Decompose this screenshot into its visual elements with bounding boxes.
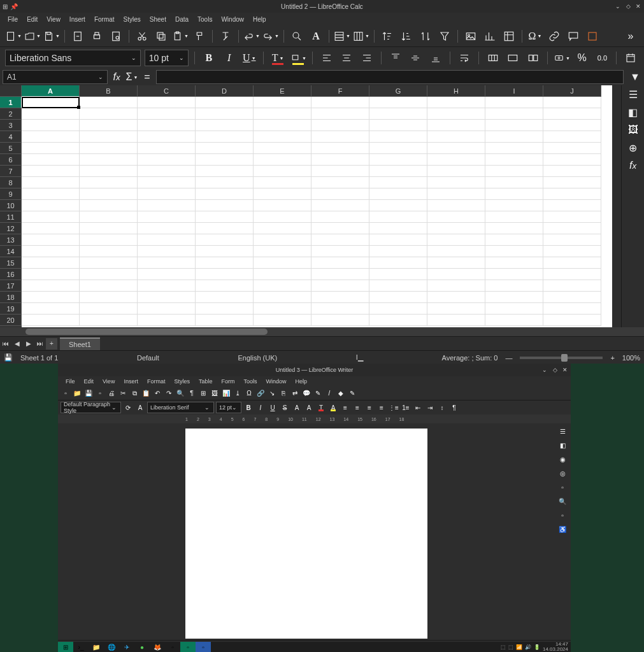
print-button[interactable]: 🖨	[106, 388, 117, 399]
open-button[interactable]: 📁	[72, 388, 82, 399]
cell[interactable]	[311, 303, 369, 315]
cell[interactable]	[196, 257, 254, 269]
cell[interactable]	[254, 188, 311, 200]
cell[interactable]	[311, 131, 369, 143]
cell[interactable]	[138, 211, 196, 223]
cell[interactable]	[311, 154, 369, 166]
cell[interactable]	[138, 234, 196, 246]
cell[interactable]	[485, 200, 543, 211]
cell[interactable]	[138, 120, 196, 131]
cell[interactable]	[196, 108, 254, 120]
menu-styles[interactable]: Styles	[120, 15, 145, 24]
cells-grid[interactable]	[22, 97, 612, 327]
sidebar-properties-icon[interactable]: ☰	[557, 426, 568, 436]
underline-button[interactable]: U▼	[241, 50, 257, 66]
cell[interactable]	[196, 177, 254, 188]
update-style-button[interactable]: ⟳	[123, 402, 133, 413]
tray-volume-icon[interactable]: 🔊	[525, 644, 531, 650]
font-name-combo[interactable]: Liberation Serif ⌄	[147, 402, 214, 413]
redo-button[interactable]: ↷	[164, 388, 174, 399]
align-left-button[interactable]	[318, 50, 335, 66]
menu-tools[interactable]: Tools	[240, 377, 261, 386]
italic-button[interactable]: I	[255, 402, 266, 413]
tab-first-button[interactable]: ⏮	[0, 338, 11, 350]
cell[interactable]	[80, 269, 138, 280]
cell[interactable]	[311, 200, 369, 211]
cell[interactable]	[80, 303, 138, 315]
cell[interactable]	[311, 188, 369, 200]
sidebar-styles-icon[interactable]: ◧	[627, 106, 640, 118]
row-header-6[interactable]: 6	[0, 154, 22, 166]
cell[interactable]	[485, 234, 543, 246]
cell[interactable]	[485, 120, 543, 131]
cell[interactable]	[311, 234, 369, 246]
cell[interactable]	[427, 97, 485, 108]
cell[interactable]	[369, 315, 427, 326]
cell[interactable]	[196, 143, 254, 154]
cell[interactable]	[80, 280, 138, 292]
new-style-button[interactable]: A	[135, 402, 145, 413]
cell[interactable]	[543, 234, 601, 246]
cell[interactable]	[80, 315, 138, 326]
cell[interactable]	[311, 120, 369, 131]
save-button[interactable]: ▼	[43, 28, 60, 45]
number-list-button[interactable]: 1≡	[401, 402, 411, 413]
cell[interactable]	[196, 120, 254, 131]
cell[interactable]	[80, 223, 138, 234]
status-stats[interactable]: Average: ; Sum: 0	[442, 354, 498, 362]
font-size-combo[interactable]: 12 pt ⌄	[216, 402, 241, 413]
cell[interactable]	[311, 108, 369, 120]
cell[interactable]	[22, 177, 80, 188]
menu-tools[interactable]: Tools	[194, 15, 216, 24]
cell[interactable]	[80, 211, 138, 223]
sidebar-style-inspector-icon[interactable]: 🔍	[557, 496, 568, 506]
align-center-button[interactable]	[339, 50, 355, 66]
cell[interactable]	[138, 246, 196, 257]
cell[interactable]	[427, 154, 485, 166]
cell[interactable]	[196, 269, 254, 280]
cell[interactable]	[485, 223, 543, 234]
cell[interactable]	[254, 154, 311, 166]
cut-button[interactable]	[134, 28, 150, 45]
cell[interactable]	[543, 303, 601, 315]
cell[interactable]	[485, 131, 543, 143]
cell[interactable]	[427, 315, 485, 326]
cell[interactable]	[427, 108, 485, 120]
comment-button[interactable]: 💬	[301, 388, 311, 399]
cell[interactable]	[485, 246, 543, 257]
cell[interactable]	[427, 292, 485, 303]
cell[interactable]	[80, 188, 138, 200]
cell[interactable]	[254, 269, 311, 280]
menu-file[interactable]: File	[4, 15, 22, 24]
menu-view[interactable]: View	[43, 15, 64, 24]
align-top-button[interactable]	[387, 50, 404, 66]
cell[interactable]	[543, 246, 601, 257]
cell[interactable]	[196, 154, 254, 166]
tray-network-icon[interactable]: 📶	[516, 644, 522, 650]
cell[interactable]	[543, 143, 601, 154]
terminal-icon[interactable]: ›_	[73, 642, 89, 652]
date-format-button[interactable]	[622, 50, 639, 66]
cell[interactable]	[311, 97, 369, 108]
cell[interactable]	[80, 97, 138, 108]
menu-format[interactable]: Format	[90, 15, 118, 24]
cell[interactable]	[80, 131, 138, 143]
number-format-button[interactable]: 0.0	[594, 50, 611, 66]
paste-button[interactable]: ▼	[172, 28, 189, 45]
cut-button[interactable]: ✂	[118, 388, 128, 399]
cell[interactable]	[543, 200, 601, 211]
cell[interactable]	[543, 97, 601, 108]
cell[interactable]	[22, 303, 80, 315]
cell[interactable]	[485, 303, 543, 315]
formula-button[interactable]: =	[141, 71, 154, 83]
document-page[interactable]	[185, 429, 427, 639]
cell[interactable]	[369, 234, 427, 246]
cell[interactable]	[80, 154, 138, 166]
cell[interactable]	[196, 188, 254, 200]
row-header-19[interactable]: 19	[0, 303, 22, 315]
cell[interactable]	[254, 108, 311, 120]
cell[interactable]	[138, 131, 196, 143]
row-button[interactable]: ▼	[334, 28, 350, 45]
cell[interactable]	[369, 246, 427, 257]
cell[interactable]	[254, 246, 311, 257]
